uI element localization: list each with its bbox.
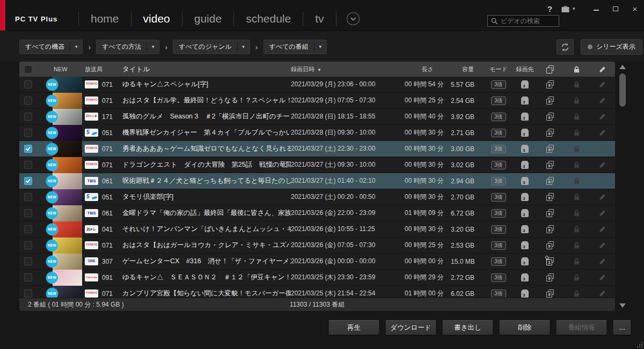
new-badge: NEW: [46, 127, 58, 139]
copy-count-icon: 9: [546, 241, 555, 249]
duration: 00 時間 25 分: [405, 241, 451, 250]
row-checkbox[interactable]: [24, 193, 32, 201]
refresh-button[interactable]: [557, 39, 574, 55]
tab-guide[interactable]: guide: [182, 12, 233, 25]
program-title: ゆるキャン△ ＳＥＡＳＯＮ２ ＃１２「伊豆キャン！！！…: [122, 273, 291, 282]
vertical-scrollbar[interactable]: [618, 62, 627, 311]
series-view-toggle[interactable]: シリーズ表示: [581, 39, 642, 55]
recorder-device-icon: 3: [521, 145, 529, 153]
program-title: 勇者ああああ～ゲーム知識ゼロでもなんとなく見られるゲーム…: [122, 144, 291, 153]
table-row[interactable]: NEW TOKYO MX 091 ゆるキャン△ ＳＥＡＳＯＮ２ ＃１２「伊豆キャ…: [19, 270, 615, 286]
duration: 00 時間 30 分: [405, 176, 451, 185]
table-row[interactable]: NEW TVTOKYO 071 おはスタ【ガル学。最終回！どうなる！？スペシャル…: [19, 93, 615, 109]
header-edit-icon[interactable]: [589, 66, 615, 73]
mode-badge: 3倍: [491, 273, 506, 282]
program-title: おはスタ【おはガールヨウカ・クレア・ミサキ・ユズハ・モモ…: [122, 241, 291, 250]
scroll-up-icon[interactable]: [619, 65, 626, 69]
method-filter-dropdown[interactable]: すべての方法▼: [96, 40, 159, 54]
header-mode[interactable]: モード: [485, 65, 512, 73]
program-info-button[interactable]: 番組情報: [556, 320, 607, 335]
more-actions-button[interactable]: …: [613, 320, 631, 335]
help-button[interactable]: ?: [547, 4, 552, 13]
row-checkbox[interactable]: [24, 241, 32, 249]
file-size: 3.02 GB: [451, 161, 485, 169]
recording-list: NEW 放送局 タイトル 録画日時▼ 長さ 容量 モード 録画先 NEW TVT…: [19, 62, 615, 311]
row-checkbox[interactable]: [24, 177, 32, 185]
table-row[interactable]: NEW 5 051 機界戦隊ゼンカイジャー 第４カイ「ブルブルでっかいおせっ… …: [19, 125, 615, 141]
row-checkbox[interactable]: [24, 145, 32, 153]
maximize-button[interactable]: [610, 4, 621, 13]
program-filter-dropdown[interactable]: すべての番組▼: [264, 40, 327, 54]
tab-video[interactable]: video: [131, 12, 182, 25]
file-size: 2.70 GB: [451, 194, 485, 201]
table-row[interactable]: NEW TVTOKYO 071 ゆるキャン△スペシャル[字] 2021/03/2…: [19, 77, 615, 93]
header-channel[interactable]: 放送局: [85, 65, 122, 73]
table-row[interactable]: NEW 5 051 タモリ倶楽部[字] 2021/03/27 (土) 00:20…: [19, 189, 615, 205]
header-title[interactable]: タイトル: [122, 65, 291, 74]
export-button[interactable]: 書き出し: [442, 320, 493, 335]
row-checkbox[interactable]: [24, 209, 32, 217]
header-new[interactable]: NEW: [48, 66, 68, 72]
video-search[interactable]: [487, 15, 559, 27]
row-checkbox[interactable]: [24, 161, 32, 169]
lock-icon: [564, 81, 589, 88]
header-size[interactable]: 容量: [451, 65, 485, 73]
row-checkbox[interactable]: [24, 289, 32, 298]
row-checkbox[interactable]: [24, 80, 32, 88]
new-badge: NEW: [46, 175, 58, 187]
toolbox-menu-button[interactable]: ▼: [561, 5, 576, 13]
program-title: ゲームセンターCX #316 消せ！「ザ・ファイヤーメン」: [122, 257, 291, 266]
table-row[interactable]: NEW TVTOKYO 071 カンブリア宮殿【知らない間に大変貌！モスバーガー…: [19, 286, 615, 298]
chevron-down-icon: ▼: [314, 44, 326, 49]
delete-button[interactable]: 削除: [499, 320, 550, 335]
lock-icon: [564, 210, 589, 217]
row-checkbox[interactable]: [24, 96, 32, 105]
row-checkbox[interactable]: [24, 225, 32, 233]
tab-home[interactable]: home: [79, 12, 131, 25]
search-input[interactable]: [501, 17, 555, 25]
row-checkbox[interactable]: [24, 273, 32, 281]
scroll-down-icon[interactable]: [619, 303, 626, 308]
table-row[interactable]: NEW TVTOKYO 071 おはスタ【おはガールヨウカ・クレア・ミサキ・ユズ…: [19, 237, 615, 254]
copy-count-icon: 9: [546, 225, 555, 233]
play-button[interactable]: 再生: [328, 320, 379, 335]
row-checkbox[interactable]: [24, 129, 32, 137]
table-row[interactable]: NEW BSテレ東 171 孤独のグルメ Season 3 ＃2「横浜市日ノ出町…: [19, 109, 615, 125]
channel-logo: TVTOKYO: [85, 96, 98, 105]
new-badge: NEW: [46, 159, 58, 171]
chevron-down-icon: ▼: [572, 6, 576, 11]
edit-icon: [589, 113, 615, 120]
duration: 01 時間 00 分: [405, 289, 451, 298]
header-length[interactable]: 長さ: [405, 65, 451, 73]
header-copy-count-icon[interactable]: [538, 65, 564, 73]
table-row[interactable]: NEW ONE 307 ゲームセンターCX #316 消せ！「ザ・ファイヤーメン…: [19, 254, 615, 270]
channel-number: 071: [102, 161, 122, 169]
tab-schedule[interactable]: schedule: [234, 12, 303, 25]
select-all-checkbox[interactable]: [24, 65, 32, 73]
table-row[interactable]: NEW 日テレ 041 それいけ！アンパンマン「ばいきんまんとムッシュ・キッシュ…: [19, 221, 615, 237]
resize-grip[interactable]: [636, 341, 642, 347]
row-checkbox[interactable]: [24, 113, 32, 121]
table-row[interactable]: NEW TBS 061 呪術廻戦＃２４／犬と猫どっちも飼ってると毎日たのしい【ス…: [19, 173, 615, 189]
header-destination[interactable]: 録画先: [512, 65, 538, 73]
duration: 00 時間 29 分: [405, 273, 451, 282]
genre-filter-dropdown[interactable]: すべてのジャンル▼: [173, 40, 250, 54]
new-badge: NEW: [46, 288, 58, 298]
scrollbar-thumb[interactable]: [619, 73, 626, 107]
copy-count-icon: 9: [546, 161, 555, 169]
minimize-button[interactable]: [590, 4, 602, 13]
lock-icon: [564, 129, 589, 136]
download-button[interactable]: ダウンロード: [385, 320, 436, 335]
chevron-down-circle-icon[interactable]: [346, 12, 360, 26]
table-row[interactable]: NEW TVTOKYO 071 勇者ああああ～ゲーム知識ゼロでもなんとなく見られ…: [19, 141, 615, 157]
table-row[interactable]: NEW TVTOKYO 071 ドラゴンクエスト ダイの大冒険 第25話 戦慄の…: [19, 157, 615, 173]
close-button[interactable]: ×: [629, 4, 641, 13]
channel-logo: TVTOKYO: [85, 289, 98, 298]
row-checkbox[interactable]: [24, 257, 32, 265]
header-lock-icon[interactable]: [564, 66, 589, 73]
channel-logo: TBS: [85, 177, 98, 185]
table-row[interactable]: NEW TBS 061 金曜ドラマ「俺の家の話」最終回「最後に皆さん、家族を大切…: [19, 205, 615, 221]
tab-tv[interactable]: tv: [303, 12, 335, 25]
header-datetime[interactable]: 録画日時▼: [291, 65, 405, 73]
device-filter-dropdown[interactable]: すべての機器▼: [19, 40, 83, 54]
